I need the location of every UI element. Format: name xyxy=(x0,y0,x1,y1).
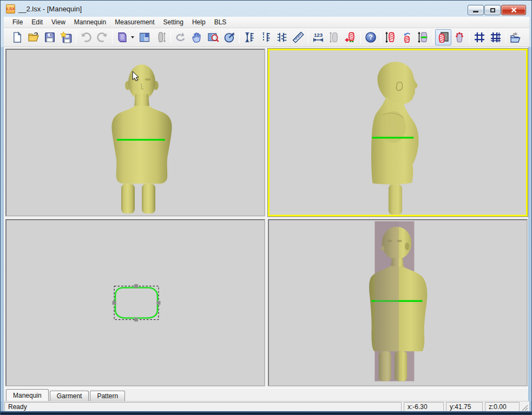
ruler-button[interactable] xyxy=(290,29,306,45)
status-z-text: z:0.00 xyxy=(489,403,507,411)
notebook-icon xyxy=(116,31,128,43)
measure-vertical-button[interactable] xyxy=(241,29,258,45)
minimize-button[interactable] xyxy=(468,5,484,15)
viewport-side-view[interactable] xyxy=(268,49,528,216)
save-special-button[interactable] xyxy=(58,29,74,45)
section-curve[interactable] xyxy=(115,287,157,318)
zoom-extents-button[interactable] xyxy=(221,29,238,45)
section-plane-icon xyxy=(437,31,449,43)
close-button[interactable] xyxy=(501,5,526,15)
zoom-window-icon xyxy=(207,31,219,43)
rotate-view-button[interactable] xyxy=(173,29,189,45)
redo-icon xyxy=(96,31,108,43)
new-document-button[interactable] xyxy=(9,29,25,45)
save-special-icon xyxy=(60,31,72,43)
viewport-grid xyxy=(4,47,529,388)
perspective-canvas xyxy=(269,220,527,386)
redo-button[interactable] xyxy=(94,29,110,45)
measure-vertical-dashed-button[interactable] xyxy=(258,29,274,45)
window-frame-left xyxy=(1,47,4,401)
menu-bls[interactable]: BLS xyxy=(210,17,231,27)
mannequin-control-points-button[interactable] xyxy=(451,29,468,45)
notebook-dropdown-icon[interactable] xyxy=(131,36,134,38)
tab-garment[interactable]: Garment xyxy=(50,391,89,401)
viewport-layout-icon xyxy=(139,31,150,43)
status-message: Ready xyxy=(4,402,402,412)
mannequin-rotate-icon xyxy=(401,31,413,43)
obj-import-button[interactable]: .ob xyxy=(508,29,524,45)
grid-button[interactable] xyxy=(471,29,488,45)
mannequin-rotate-button[interactable] xyxy=(399,29,415,45)
tab-pattern[interactable]: Pattern xyxy=(90,391,125,401)
open-file-icon xyxy=(28,31,40,43)
notebook-button[interactable] xyxy=(114,29,130,45)
handle-top[interactable] xyxy=(134,284,138,288)
help-button[interactable]: ? xyxy=(363,29,379,45)
viewport-front-view[interactable] xyxy=(5,49,265,216)
status-z-coordinate: z:0.00 xyxy=(485,402,520,412)
undo-icon xyxy=(80,31,92,43)
application-window: LSX __2.lsx - [Manequin] File Edit View … xyxy=(0,0,532,415)
menu-help[interactable]: Help xyxy=(188,17,210,27)
pan-hand-icon xyxy=(191,31,203,43)
toolbar-separator xyxy=(433,31,434,44)
menu-file[interactable]: File xyxy=(8,17,27,27)
status-y-coordinate: y:41.75 xyxy=(446,402,483,412)
dimension-values-button[interactable]: 123 xyxy=(310,29,326,45)
toolbar-separator xyxy=(469,31,470,44)
svg-text:?: ? xyxy=(369,34,373,41)
grid-dense-button[interactable] xyxy=(488,29,504,45)
mannequin-girth-icon xyxy=(417,31,429,43)
menu-measurement[interactable]: Measurement xyxy=(110,17,159,27)
viewport-perspective-view[interactable] xyxy=(268,219,528,387)
toolbar-separator xyxy=(239,31,240,44)
measure-vertical-icon xyxy=(244,31,255,43)
mannequin-height-arrow-button[interactable] xyxy=(383,29,399,45)
close-icon xyxy=(511,7,517,13)
mannequin-height-arrow-icon xyxy=(385,31,397,43)
toolbar-separator xyxy=(360,31,361,44)
obj-import-icon: .ob xyxy=(510,31,522,43)
menu-bar: File Edit View Mannequin Measurement Set… xyxy=(4,17,529,28)
save-file-button[interactable] xyxy=(42,29,58,45)
tab-manequin[interactable]: Manequin xyxy=(6,389,49,401)
undo-button[interactable] xyxy=(78,29,94,45)
open-file-button[interactable] xyxy=(25,29,42,45)
section-selection[interactable] xyxy=(113,284,161,321)
mannequin-control-points-icon xyxy=(454,31,465,43)
toolbar-separator xyxy=(308,31,308,44)
toolbar-separator xyxy=(112,31,113,44)
restore-button[interactable] xyxy=(484,5,501,15)
status-y-text: y:41.75 xyxy=(450,403,471,411)
grid-dense-icon xyxy=(490,31,502,43)
handle-bottom[interactable] xyxy=(134,318,138,321)
menu-edit[interactable]: Edit xyxy=(27,17,47,27)
zoom-window-button[interactable] xyxy=(205,29,221,45)
save-file-icon xyxy=(44,31,56,43)
side-view-canvas xyxy=(270,50,526,215)
mannequin-add-button[interactable] xyxy=(343,29,359,45)
minimize-icon xyxy=(473,11,478,12)
section-plane-button[interactable] xyxy=(435,29,451,45)
mannequin-height-button[interactable] xyxy=(326,29,343,45)
app-icon: LSX xyxy=(6,4,15,14)
mannequin-girth-button[interactable] xyxy=(415,29,431,45)
menu-mannequin[interactable]: Mannequin xyxy=(70,17,110,27)
measure-double-button[interactable] xyxy=(274,29,290,45)
viewport-layout-button[interactable] xyxy=(136,29,153,45)
handle-right[interactable] xyxy=(157,301,161,305)
pan-view-button[interactable] xyxy=(189,29,205,45)
help-icon: ? xyxy=(365,31,377,43)
body-measure-button[interactable] xyxy=(153,29,169,45)
menu-view[interactable]: View xyxy=(47,17,70,27)
title-bar[interactable]: LSX __2.lsx - [Manequin] xyxy=(1,1,531,17)
svg-text:123: 123 xyxy=(314,32,323,38)
menu-setting[interactable]: Setting xyxy=(159,17,188,27)
handle-left[interactable] xyxy=(113,301,116,305)
mannequin-perspective xyxy=(369,221,427,381)
viewport-top-section-view[interactable] xyxy=(5,219,265,387)
measure-double-icon xyxy=(276,31,288,43)
status-x-text: x:-6.30 xyxy=(408,403,428,411)
toolbar-separator xyxy=(380,31,381,44)
grid-icon xyxy=(474,31,485,43)
